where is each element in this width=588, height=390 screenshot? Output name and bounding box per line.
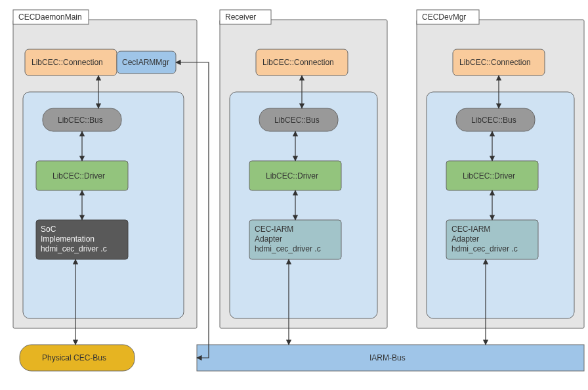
node-physical-cec-bus-label: Physical CEC-Bus (42, 353, 106, 362)
node-libcec-connection-a: LibCEC::Connection (25, 49, 117, 76)
node-libcec-connection-b: LibCEC::Connection (256, 49, 348, 76)
node-iarm-bus: IARM-Bus (197, 345, 584, 371)
node-adapt-c-l1: CEC-IARM (452, 225, 490, 234)
node-libcec-bus-c: LibCEC::Bus (456, 108, 535, 131)
node-adapt-b-l2: Adapter (255, 234, 282, 244)
node-libcec-driver-a: LibCEC::Driver (36, 161, 128, 190)
container-receiver: Receiver LibCEC::Connection LibCEC::Bus … (220, 10, 387, 328)
node-libcec-bus-a-label: LibCEC::Bus (58, 116, 103, 125)
container-receiver-label: Receiver (225, 12, 256, 22)
node-libcec-driver-c: LibCEC::Driver (446, 161, 538, 190)
node-iarm-bus-label: IARM-Bus (369, 353, 406, 362)
container-cecdevmgr: CECDevMgr LibCEC::Connection LibCEC::Bus… (417, 10, 584, 328)
node-soc-l1: SoC (41, 225, 56, 234)
node-cec-iarm-adapter-b: CEC-IARM Adapter hdmi_cec_driver .c (249, 220, 341, 259)
node-libcec-connection-a-label: LibCEC::Connection (32, 58, 103, 67)
node-libcec-bus-a: LibCEC::Bus (43, 108, 121, 131)
node-adapt-b-l3: hdmi_cec_driver .c (255, 244, 321, 253)
node-soc-l3: hdmi_cec_driver .c (41, 244, 107, 253)
container-cecdaemon-label: CECDaemonMain (18, 12, 82, 22)
node-libcec-connection-c-label: LibCEC::Connection (459, 58, 531, 67)
node-libcec-bus-c-label: LibCEC::Bus (471, 116, 516, 125)
node-adapt-c-l2: Adapter (452, 234, 479, 244)
node-adapt-b-l1: CEC-IARM (255, 225, 293, 234)
node-ceciarmmgr: CecIARMMgr (117, 51, 176, 74)
node-libcec-bus-b-label: LibCEC::Bus (274, 116, 320, 125)
node-ceciarmmgr-label: CecIARMMgr (122, 58, 169, 67)
node-adapt-c-l3: hdmi_cec_driver .c (452, 244, 518, 253)
node-libcec-driver-c-label: LibCEC::Driver (463, 171, 515, 181)
node-libcec-bus-b: LibCEC::Bus (259, 108, 338, 131)
container-cecdaemon: CECDaemonMain LibCEC::Connection CecIARM… (13, 10, 197, 328)
node-libcec-connection-c: LibCEC::Connection (453, 49, 545, 76)
node-cec-iarm-adapter-c: CEC-IARM Adapter hdmi_cec_driver .c (446, 220, 538, 259)
node-libcec-driver-b-label: LibCEC::Driver (266, 171, 318, 181)
node-soc-impl: SoC Implementation hdmi_cec_driver .c (36, 220, 128, 259)
node-physical-cec-bus: Physical CEC-Bus (20, 345, 135, 371)
node-libcec-driver-b: LibCEC::Driver (249, 161, 341, 190)
node-libcec-connection-b-label: LibCEC::Connection (262, 58, 334, 67)
container-cecdevmgr-label: CECDevMgr (422, 12, 466, 22)
node-libcec-driver-a-label: LibCEC::Driver (52, 171, 105, 181)
node-soc-l2: Implementation (41, 234, 94, 244)
